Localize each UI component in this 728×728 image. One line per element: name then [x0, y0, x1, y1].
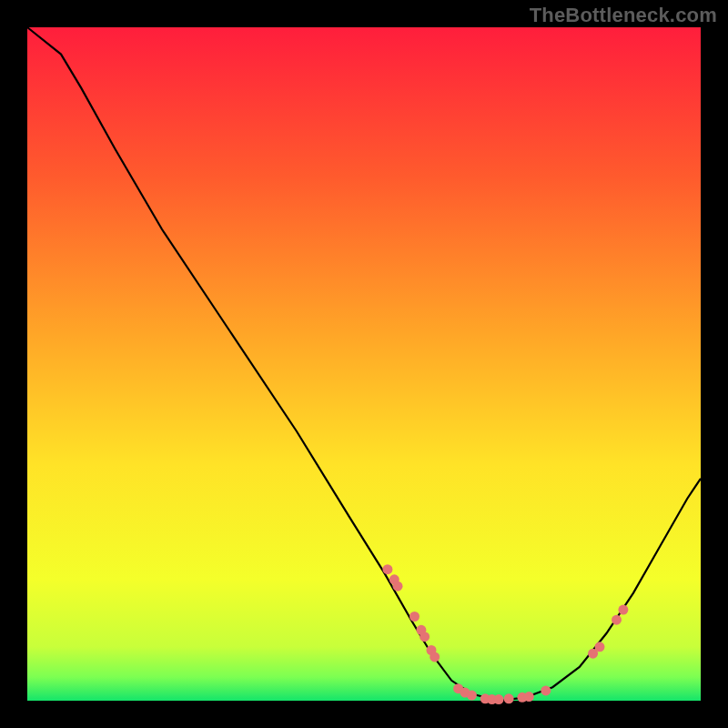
curve-marker — [618, 605, 628, 615]
curve-marker — [524, 692, 534, 702]
curve-marker — [382, 564, 392, 574]
curve-marker — [420, 632, 430, 642]
curve-marker — [430, 652, 440, 662]
chart-canvas: TheBottleneck.com — [0, 0, 728, 728]
plot-background — [27, 27, 701, 701]
curve-marker — [494, 694, 504, 704]
curve-marker — [393, 581, 403, 592]
curve-marker — [595, 642, 605, 652]
curve-marker — [467, 691, 477, 701]
curve-marker — [612, 615, 622, 625]
curve-marker — [541, 685, 551, 695]
chart-svg — [0, 0, 728, 728]
curve-marker — [410, 612, 420, 622]
curve-marker — [504, 693, 514, 703]
